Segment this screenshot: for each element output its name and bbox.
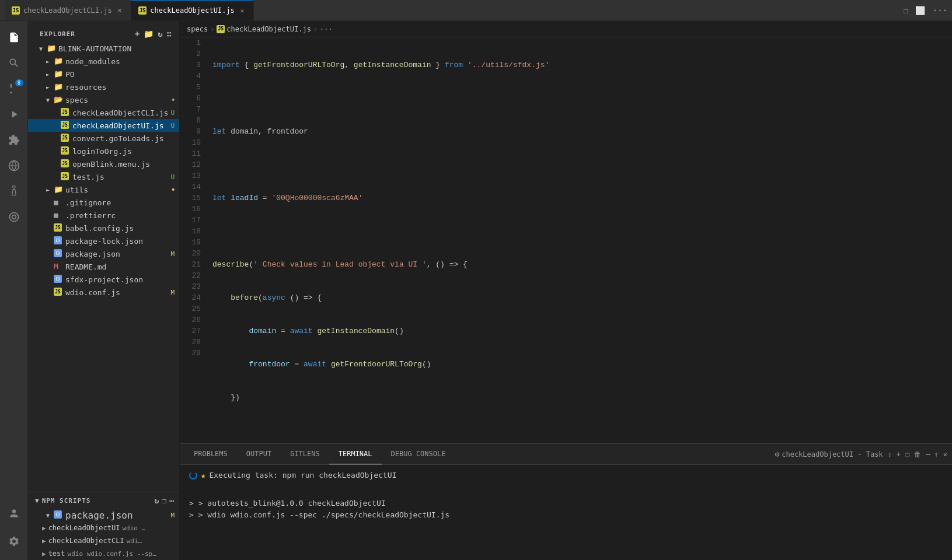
- tab-problems[interactable]: PROBLEMS: [184, 444, 237, 464]
- terminal-add-icon[interactable]: +: [897, 450, 901, 459]
- tests-icon[interactable]: [2, 180, 26, 203]
- tab-terminal[interactable]: TERMINAL: [329, 444, 382, 464]
- editor-area: specs › JS checkLeadObjectUI.js › ··· 12…: [180, 21, 952, 560]
- terminal-split-up-icon[interactable]: ⇧: [888, 450, 892, 459]
- npm-package-json[interactable]: ▼ {} package.json M: [28, 509, 179, 522]
- terminal-split-icon[interactable]: ❐: [905, 450, 909, 459]
- search-icon[interactable]: [2, 51, 26, 75]
- svg-point-1: [9, 213, 18, 222]
- files-icon[interactable]: [2, 26, 26, 49]
- tree-label-package-lock: package-lock.json: [65, 237, 179, 246]
- tree-file-prettierrc[interactable]: ► ■ .prettierrc: [28, 209, 179, 222]
- layout-icon[interactable]: ⬜: [915, 6, 925, 15]
- terminal-maximize-icon[interactable]: ⇑: [934, 450, 939, 459]
- readme-icon: M: [54, 262, 63, 271]
- code-content[interactable]: import { getFrontdoorURLToOrg, getInstan…: [208, 37, 952, 443]
- terminal-content[interactable]: ★ Executing task: npm run checkLeadObjec…: [180, 465, 952, 560]
- tree-file-babel[interactable]: ► JS babel.config.js: [28, 222, 179, 235]
- npm-refresh-icon[interactable]: ↻: [155, 496, 160, 505]
- tree-file-openblink[interactable]: ► JS openBlink.menu.js: [28, 158, 179, 170]
- tree-label-login: loginToOrg.js: [72, 147, 179, 156]
- js-icon-wdio: JS: [54, 288, 63, 297]
- tree-resources[interactable]: ► 📁 resources: [28, 80, 179, 93]
- tree-file-package-lock[interactable]: ► {} package-lock.json: [28, 235, 179, 247]
- npm-split-icon[interactable]: ❐: [162, 496, 167, 505]
- npm-more-icon[interactable]: ⋯: [169, 496, 175, 505]
- prettierrc-icon: ■: [54, 211, 63, 220]
- source-control-icon[interactable]: 8: [2, 77, 26, 100]
- npm-script-checkleadobjectui[interactable]: ▶ checkLeadObjectUI wdio …: [28, 522, 179, 534]
- tree-po[interactable]: ► 📁 PO: [28, 68, 179, 80]
- tree-file-test[interactable]: ► JS test.js U: [28, 170, 179, 183]
- breadcrumb: specs › JS checkLeadObjectUI.js › ···: [180, 21, 952, 37]
- breadcrumb-file[interactable]: JS checkLeadObjectUI.js: [217, 25, 311, 33]
- tree-file-cli[interactable]: ► JS checkLeadObjectCLI.js U: [28, 106, 179, 119]
- npm-header-label: NPM SCRIPTS: [42, 497, 91, 505]
- tree-root-blink[interactable]: ▼ 📁 BLINK-AUTOMATION: [28, 42, 179, 55]
- tree-file-package-json[interactable]: ► {} package.json M: [28, 247, 179, 260]
- tab-close-ui[interactable]: ✕: [238, 6, 247, 16]
- npm-scripts-header[interactable]: ▼ NPM SCRIPTS ↻ ❐ ⋯: [28, 492, 179, 509]
- tree-label-resources: resources: [65, 83, 179, 92]
- terminal-more-icon[interactable]: ⋯: [926, 450, 929, 459]
- folder-icon-utils: 📁: [54, 185, 63, 194]
- code-editor[interactable]: 12345 678910 1112131415 1617181920 21222…: [180, 37, 952, 443]
- tree-node-modules[interactable]: ► 📁 node_modules: [28, 55, 179, 68]
- tree-file-readme[interactable]: ► M README.md: [28, 260, 179, 273]
- tab-js-icon-2: JS: [138, 6, 147, 15]
- extensions-icon[interactable]: [2, 128, 26, 152]
- main-container: 8 Explorer +: [0, 21, 952, 560]
- remote-icon[interactable]: [2, 154, 26, 177]
- tree-file-gitignore[interactable]: ► ■ .gitignore: [28, 196, 179, 209]
- tree-utils[interactable]: ► 📁 utils •: [28, 183, 179, 196]
- tab-debug-console[interactable]: DEBUG CONSOLE: [382, 444, 455, 464]
- breadcrumb-specs[interactable]: specs: [187, 25, 208, 33]
- explorer-header: Explorer + 📁 ↻ ∷: [28, 21, 179, 42]
- arrow-node-modules: ►: [44, 58, 51, 65]
- explorer-header-icons: + 📁 ↻ ∷: [135, 29, 172, 38]
- tree-file-ui[interactable]: ► JS checkLeadObjectUI.js U: [28, 119, 179, 132]
- terminal-close-icon[interactable]: ✕: [943, 450, 947, 459]
- tree-label-specs: specs: [65, 96, 171, 104]
- code-line-12: [212, 425, 952, 436]
- tab-label-ui: checkLeadObjectUI.js: [150, 6, 235, 15]
- file-tree: ▼ 📁 BLINK-AUTOMATION ► 📁 node_modules ► …: [28, 42, 179, 492]
- terminal-tab-right: ⚙ checkLeadObjectUI - Task ⇧ + ❐ 🗑 ⋯ ⇑ ✕: [775, 450, 947, 459]
- run-icon[interactable]: [2, 103, 26, 126]
- npm-script-checkleadobjectcli[interactable]: ▶ checkLeadObjectCLI wdi…: [28, 534, 179, 547]
- terminal-task-label: ⚙ checkLeadObjectUI - Task: [775, 450, 883, 459]
- tree-file-sfdx[interactable]: ► {} sfdx-project.json: [28, 273, 179, 286]
- account-icon[interactable]: [2, 502, 26, 525]
- tree-label-babel: babel.config.js: [65, 224, 179, 233]
- terminal-delete-icon[interactable]: 🗑: [914, 450, 921, 459]
- split-editor-icon[interactable]: ❐: [904, 6, 908, 15]
- breadcrumb-ellipsis[interactable]: ···: [320, 25, 333, 33]
- tab-output[interactable]: OUTPUT: [237, 444, 281, 464]
- tree-specs[interactable]: ▼ 📂 specs •: [28, 93, 179, 106]
- wdio-icon[interactable]: [2, 205, 26, 229]
- npm-header-left: ▼ NPM SCRIPTS: [35, 497, 90, 505]
- new-folder-icon[interactable]: 📁: [144, 29, 154, 38]
- arrow-specs: ▼: [44, 96, 51, 103]
- collapse-all-icon[interactable]: ∷: [167, 29, 172, 38]
- npm-script-test[interactable]: ▶ test wdio wdio.conf.js --sp…: [28, 547, 179, 560]
- refresh-explorer-icon[interactable]: ↻: [158, 29, 163, 38]
- task-icon: ⚙: [775, 450, 779, 459]
- tab-close-cli[interactable]: ✕: [116, 5, 124, 15]
- code-line-7: describe(' Check values in Lead object v…: [212, 259, 952, 270]
- npm-script-cmd-1: wdio …: [122, 524, 145, 532]
- terminal-prompt-2: >: [189, 510, 198, 519]
- tree-file-login[interactable]: ► JS loginToOrg.js: [28, 145, 179, 158]
- tab-check-lead-cli[interactable]: JS checkLeadObjectCLI.js ✕: [5, 0, 131, 20]
- tab-gitlens[interactable]: GITLENS: [281, 444, 329, 464]
- executing-spinner: [189, 471, 197, 480]
- settings-icon[interactable]: [2, 530, 26, 553]
- new-file-icon[interactable]: +: [135, 29, 140, 38]
- tree-file-convert[interactable]: ► JS convert.goToLeads.js: [28, 132, 179, 145]
- terminal-line-2: > > autotests_blink@1.0.0 checkLeadObjec…: [189, 498, 943, 509]
- tab-check-lead-ui[interactable]: JS checkLeadObjectUI.js ✕: [131, 0, 254, 20]
- more-actions-icon[interactable]: ···: [932, 5, 947, 16]
- tree-file-wdio[interactable]: ► JS wdio.conf.js M: [28, 286, 179, 299]
- code-line-1: import { getFrontdoorURLToOrg, getInstan…: [212, 60, 952, 71]
- code-line-6: [212, 226, 952, 237]
